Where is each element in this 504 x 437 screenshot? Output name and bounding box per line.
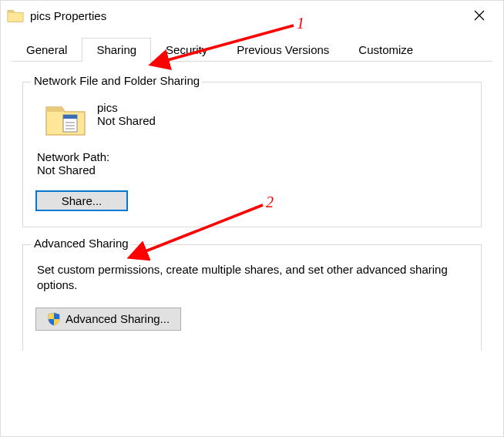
share-button-label: Share... <box>62 194 102 207</box>
network-path-label: Network Path: <box>37 150 469 163</box>
annotation-label-2: 2 <box>266 193 274 211</box>
tab-sharing[interactable]: Sharing <box>82 38 151 62</box>
share-text: pics Not Shared <box>97 101 156 127</box>
share-info-row: pics Not Shared <box>45 101 469 136</box>
svg-rect-3 <box>63 115 77 119</box>
properties-window: pics Properties General Sharing Security… <box>0 0 504 437</box>
tabs-container: General Sharing Security Previous Versio… <box>1 30 503 351</box>
network-path-value: Not Shared <box>37 163 469 176</box>
tab-security[interactable]: Security <box>151 38 222 61</box>
group-advanced-sharing: Advanced Sharing Set custom permissions,… <box>22 244 482 351</box>
advanced-sharing-button-label: Advanced Sharing... <box>66 312 170 325</box>
tab-previous-versions[interactable]: Previous Versions <box>222 38 344 61</box>
folder-icon <box>7 8 24 23</box>
group-title-advanced-sharing: Advanced Sharing <box>31 237 132 250</box>
shared-folder-icon <box>45 101 86 136</box>
share-status: Not Shared <box>97 114 156 127</box>
titlebar: pics Properties <box>1 1 503 30</box>
advanced-sharing-button[interactable]: Advanced Sharing... <box>35 308 181 331</box>
annotation-label-1: 1 <box>297 15 304 32</box>
tab-general[interactable]: General <box>12 38 82 61</box>
tab-customize[interactable]: Customize <box>344 38 428 61</box>
uac-shield-icon <box>47 312 61 326</box>
group-title-network-sharing: Network File and Folder Sharing <box>31 74 203 87</box>
share-button[interactable]: Share... <box>35 190 128 211</box>
share-folder-name: pics <box>97 101 156 114</box>
tabs: General Sharing Security Previous Versio… <box>12 38 492 62</box>
close-icon <box>474 10 485 21</box>
close-button[interactable] <box>462 4 497 27</box>
group-network-sharing: Network File and Folder Sharing <box>22 82 482 227</box>
advanced-sharing-description: Set custom permissions, create multiple … <box>37 262 467 294</box>
tab-content: Network File and Folder Sharing <box>12 62 492 351</box>
window-title: pics Properties <box>30 9 462 22</box>
